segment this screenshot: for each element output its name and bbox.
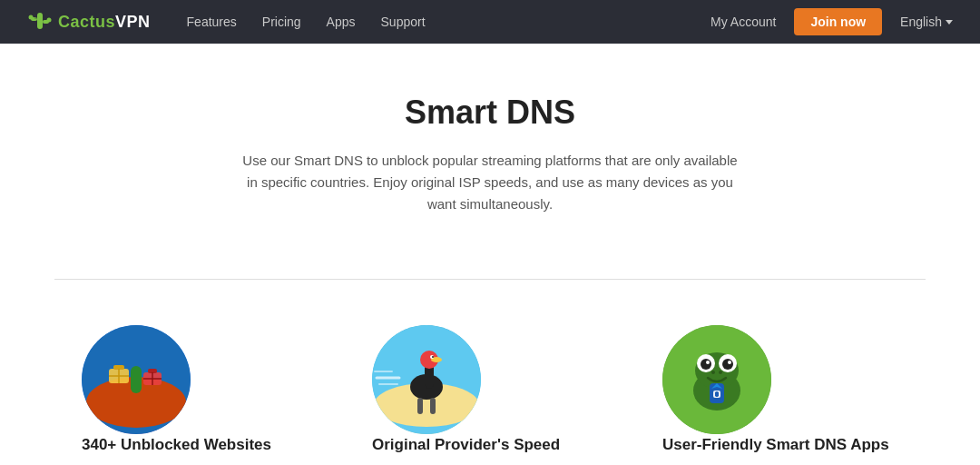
navbar: CactusVPN Features Pricing Apps Support … xyxy=(0,0,980,44)
svg-point-4 xyxy=(47,18,52,23)
speed-icon xyxy=(372,325,481,434)
join-now-button[interactable]: Join now xyxy=(794,8,882,35)
nav-link-support[interactable]: Support xyxy=(381,15,426,29)
websites-title: 340+ Unblocked Websites xyxy=(82,434,318,456)
apps-title: User-Friendly Smart DNS Apps xyxy=(662,434,898,456)
language-label: English xyxy=(900,15,942,29)
websites-icon xyxy=(82,325,191,434)
svg-rect-0 xyxy=(37,13,43,29)
language-selector[interactable]: English xyxy=(900,15,953,29)
svg-point-36 xyxy=(722,359,733,370)
apps-icon xyxy=(662,325,771,434)
nav-links: Features Pricing Apps Support xyxy=(187,15,710,29)
nav-link-features[interactable]: Features xyxy=(187,15,237,29)
cactus-logo-icon xyxy=(27,9,53,35)
websites-illustration xyxy=(82,325,191,434)
feature-speed: Original Provider's Speed Surf online fr… xyxy=(345,325,635,465)
feature-apps: User-Friendly Smart DNS Apps Connect to … xyxy=(635,325,926,465)
svg-point-3 xyxy=(29,15,34,20)
svg-point-37 xyxy=(706,361,710,364)
hero-description: Use our Smart DNS to unblock popular str… xyxy=(236,150,744,215)
svg-point-38 xyxy=(728,361,731,364)
svg-rect-25 xyxy=(417,398,423,414)
logo-text: CactusVPN xyxy=(58,13,151,32)
features-section: 340+ Unblocked Websites Gain access to w… xyxy=(0,307,980,465)
svg-point-24 xyxy=(432,356,434,358)
logo[interactable]: CactusVPN xyxy=(27,9,151,35)
hero-title: Smart DNS xyxy=(18,94,962,132)
section-divider xyxy=(54,279,926,280)
speed-illustration xyxy=(372,325,481,434)
nav-right: My Account Join now English xyxy=(710,8,953,35)
nav-link-apps[interactable]: Apps xyxy=(327,15,356,29)
svg-point-40 xyxy=(719,371,722,374)
my-account-link[interactable]: My Account xyxy=(710,15,776,29)
svg-rect-26 xyxy=(430,398,436,414)
svg-rect-8 xyxy=(131,366,142,393)
hero-section: Smart DNS Use our Smart DNS to unblock p… xyxy=(0,44,980,252)
nav-link-pricing[interactable]: Pricing xyxy=(262,15,301,29)
apps-illustration xyxy=(662,325,771,434)
feature-websites: 340+ Unblocked Websites Gain access to w… xyxy=(54,325,345,465)
svg-point-39 xyxy=(711,371,715,374)
speed-title: Original Provider's Speed xyxy=(372,434,608,456)
svg-point-35 xyxy=(701,359,711,370)
chevron-down-icon xyxy=(946,20,953,25)
